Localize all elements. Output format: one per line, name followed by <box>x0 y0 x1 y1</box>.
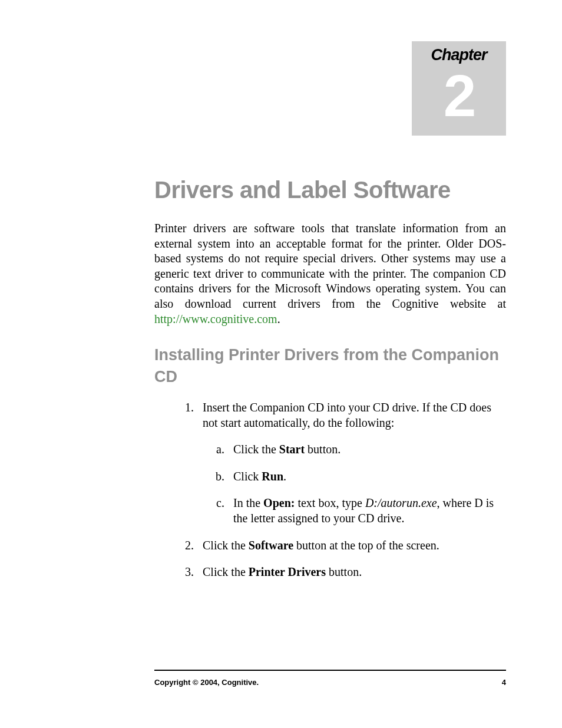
bold-software: Software <box>249 539 293 552</box>
step-3: Click the Printer Drivers button. <box>197 565 506 580</box>
text: button. <box>326 565 362 578</box>
intro-text-end: . <box>277 312 280 325</box>
step-2: Click the Software button at the top of … <box>197 538 506 554</box>
chapter-number: 2 <box>412 68 506 124</box>
text: . <box>283 470 286 483</box>
bold-start: Start <box>279 443 305 456</box>
text: Click <box>233 470 262 483</box>
bold-printer-drivers: Printer Drivers <box>249 565 326 578</box>
section-heading: Installing Printer Drivers from the Comp… <box>154 344 506 387</box>
chapter-badge: Chapter 2 <box>412 41 506 136</box>
italic-path: D:/autorun.exe <box>365 496 437 509</box>
text: Click the <box>203 539 249 552</box>
website-link[interactable]: http://www.cognitive.com <box>154 312 277 325</box>
instruction-list: Insert the Companion CD into your CD dri… <box>154 400 506 580</box>
intro-paragraph: Printer drivers are software tools that … <box>154 221 506 327</box>
document-page: Chapter 2 Drivers and Label Software Pri… <box>0 0 562 728</box>
step-1a: Click the Start button. <box>227 442 506 457</box>
text: button. <box>305 443 340 456</box>
step-1c: In the Open: text box, type D:/autorun.e… <box>227 496 506 526</box>
bold-run: Run <box>262 470 283 483</box>
page-number: 4 <box>502 678 506 687</box>
chapter-label: Chapter <box>412 41 506 64</box>
bold-open: Open: <box>263 496 295 509</box>
text: button at the top of the screen. <box>293 539 439 552</box>
page-footer: Copyright © 2004, Cognitive. 4 <box>154 670 506 687</box>
substep-list: Click the Start button. Click Run. In th… <box>203 442 506 526</box>
step-1b: Click Run. <box>227 469 506 485</box>
text: text box, type <box>295 496 365 509</box>
step-1: Insert the Companion CD into your CD dri… <box>197 400 506 526</box>
intro-text: Printer drivers are software tools that … <box>154 222 506 310</box>
text: In the <box>233 496 263 509</box>
copyright-text: Copyright © 2004, Cognitive. <box>154 678 259 687</box>
text: Click the <box>203 565 249 578</box>
text: Click the <box>233 443 279 456</box>
page-title: Drivers and Label Software <box>154 177 506 203</box>
step-1-text: Insert the Companion CD into your CD dri… <box>203 401 491 429</box>
